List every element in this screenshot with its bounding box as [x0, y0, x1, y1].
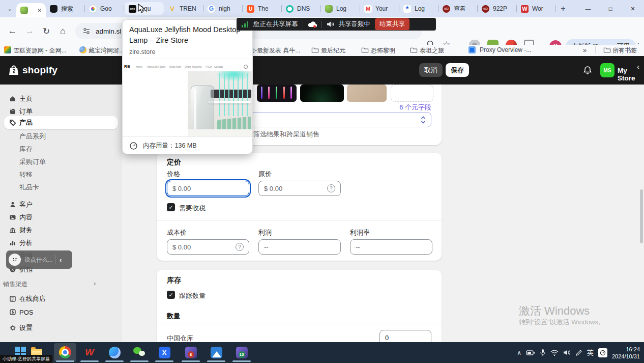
sidebar-item-home[interactable]: 主页	[4, 93, 118, 105]
minimize-button[interactable]: —	[577, 0, 599, 17]
browser-tab[interactable]: Goo	[85, 0, 124, 17]
app-badge-15-button[interactable]: 15	[235, 346, 248, 359]
mountain-app-button[interactable]	[210, 346, 223, 359]
bookmark-folder[interactable]: 最后纪元	[321, 46, 345, 55]
browser-tab[interactable]: UThe	[243, 0, 282, 17]
product-thumbnail[interactable]	[347, 85, 387, 102]
help-icon[interactable]: ?	[327, 184, 335, 192]
browser-tab[interactable]: 922922P	[478, 0, 517, 17]
browser-tab[interactable]: 922查看	[438, 0, 478, 17]
shopify-favicon	[325, 5, 333, 13]
bookmarks-overflow-icon[interactable]: »	[583, 46, 587, 54]
chat-input[interactable]: 说点什么...	[24, 256, 54, 264]
bookmark-folder[interactable]: 恐怖黎明	[371, 46, 395, 55]
quark-browser-button[interactable]	[108, 346, 121, 359]
sidebar-item-gift-cards[interactable]: 礼品卡	[19, 182, 39, 192]
product-thumbnail[interactable]	[257, 85, 297, 102]
help-icon[interactable]: ?	[236, 243, 244, 251]
sidebar-item-customers[interactable]: 客户	[4, 199, 118, 211]
back-icon[interactable]: ←	[8, 26, 17, 36]
cost-input[interactable]: $ 0.00 ?	[167, 239, 249, 255]
track-quantity-checkbox[interactable]: ✓	[167, 291, 175, 299]
stop-sharing-button[interactable]: 结束共享	[375, 18, 409, 30]
price-placeholder: 0.00	[178, 185, 191, 192]
wifi-icon[interactable]	[550, 350, 559, 356]
bookmark-favicon	[79, 46, 86, 53]
preview-domain: zire.store	[129, 48, 155, 55]
browser-tab-active[interactable]: ✕	[16, 3, 46, 17]
home-icon[interactable]: ⌂	[60, 26, 66, 37]
bookmark-item[interactable]: 藏宝湾网游...	[89, 46, 124, 55]
close-button[interactable]: ✕	[622, 0, 644, 17]
cancel-button[interactable]: 取消	[419, 63, 443, 77]
sidebar-item-content[interactable]: 内容	[4, 211, 118, 224]
screenshare-source-label: 小助理-艺舒的共享屏幕	[0, 355, 52, 363]
sidebar-item-collections[interactable]: 产品系列	[19, 131, 46, 142]
wps-office-button[interactable]: W	[83, 346, 96, 359]
bookmark-item[interactable]: Proxy Overview -...	[480, 46, 531, 53]
sidebar-item-settings[interactable]: 设置	[4, 322, 118, 334]
reload-icon[interactable]: ↻	[43, 26, 50, 37]
sidebar-item-inventory[interactable]: 库存	[19, 144, 33, 154]
browser-tab[interactable]: Gnigh	[203, 0, 243, 17]
taskbar-clock[interactable]: 16:24 2024/10/31	[612, 346, 640, 360]
acrylic-shelf	[208, 101, 251, 103]
sidebar-item-analytics[interactable]: 分析	[4, 237, 118, 249]
sidebar-item-purchase-orders[interactable]: 采购订单	[19, 157, 46, 167]
quantity-input[interactable]: 0	[379, 330, 431, 342]
sidebar-item-finance[interactable]: 财务	[4, 224, 118, 236]
browser-tab[interactable]: Log	[321, 0, 360, 17]
price-input[interactable]: $ 0.00	[167, 181, 249, 196]
image-icon	[9, 214, 16, 221]
store-avatar[interactable]: MS	[600, 63, 614, 77]
sidebar-item-products-active[interactable]: 产品	[4, 116, 118, 129]
browser-tab[interactable]: DNS	[282, 0, 321, 17]
store-name[interactable]: My Store	[618, 67, 644, 82]
chrome-button[interactable]	[58, 346, 72, 359]
scrollbar-thumb[interactable]	[640, 189, 643, 243]
wechat-button[interactable]	[133, 346, 146, 359]
tray-chevron-icon[interactable]: ∧	[517, 349, 521, 356]
browser-tab[interactable]: VTREN	[164, 0, 203, 17]
bookmark-item[interactable]: 读-最新发表 真牛...	[249, 46, 300, 55]
ime-indicator[interactable]: 英	[587, 348, 594, 357]
browser-tab[interactable]: 搜索	[46, 0, 85, 17]
collapse-widget-icon[interactable]: ‹	[60, 256, 62, 264]
add-media-dropzone[interactable]	[391, 85, 433, 102]
app-badge-8-button[interactable]: 8	[184, 346, 197, 359]
product-thumbnail[interactable]	[300, 85, 344, 102]
maximize-button[interactable]: □	[599, 0, 622, 17]
gauge-tray-icon[interactable]	[598, 348, 607, 357]
tab-close-icon[interactable]: ✕	[38, 8, 42, 13]
sidebar-item-transfers[interactable]: 转移	[19, 170, 33, 180]
memory-usage-label: 内存用量：136 MB	[143, 142, 197, 150]
compare-price-input[interactable]: $ 0.00 ?	[258, 181, 341, 196]
assistant-avatar[interactable]	[9, 254, 21, 266]
collapse-chevron-icon[interactable]: ‹	[637, 62, 639, 71]
x-app-button[interactable]: X	[158, 346, 171, 359]
browser-tab[interactable]: *Log	[399, 0, 438, 17]
notifications-bell-icon[interactable]	[583, 66, 592, 75]
profit-input[interactable]: --	[258, 239, 341, 255]
charge-tax-checkbox[interactable]: ✓	[167, 203, 175, 211]
margin-input[interactable]: --	[350, 239, 432, 255]
pen-icon[interactable]	[575, 349, 582, 356]
forward-icon[interactable]: →	[25, 26, 34, 36]
battery-icon[interactable]	[526, 349, 535, 356]
tab-search-button[interactable]: ⌄	[3, 2, 16, 15]
chevron-right-icon[interactable]: ›	[94, 280, 96, 287]
compare-placeholder: 0.00	[270, 185, 282, 192]
home-icon	[9, 95, 16, 102]
bookmark-folder[interactable]: 泰坦之旅	[420, 46, 444, 55]
browser-tab[interactable]: WWor	[517, 0, 556, 17]
all-bookmarks-button[interactable]: 所有书签	[612, 46, 637, 55]
new-tab-button[interactable]: +	[556, 2, 570, 16]
volume-icon[interactable]	[563, 349, 571, 356]
save-button[interactable]: 保存	[446, 63, 469, 77]
bookmark-item[interactable]: 雪糕资源网 - 全网...	[13, 46, 67, 55]
microphone-icon[interactable]	[540, 349, 546, 356]
sidebar-item-online-store[interactable]: 在线商店	[4, 293, 118, 305]
metafields-link[interactable]: 6 个元字段	[359, 103, 431, 112]
browser-tab[interactable]: MYour	[360, 0, 399, 17]
sidebar-item-pos[interactable]: POS	[4, 306, 118, 318]
